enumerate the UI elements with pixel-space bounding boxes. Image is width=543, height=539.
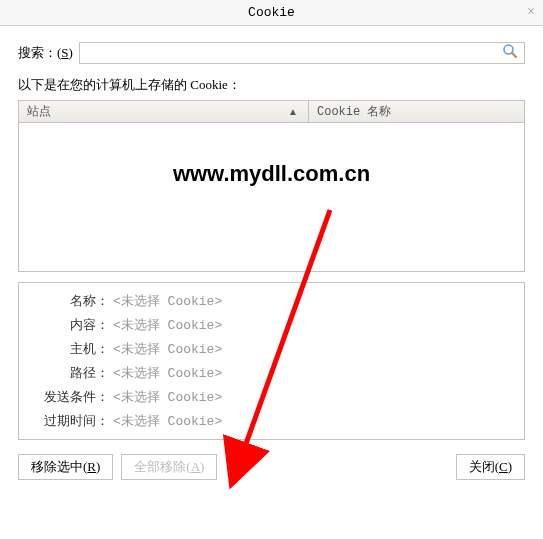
column-header-cookie-name[interactable]: Cookie 名称 xyxy=(309,101,524,122)
detail-row-host: 主机： <未选择 Cookie> xyxy=(19,337,524,361)
detail-label: 路径： xyxy=(19,364,113,382)
detail-row-send-condition: 发送条件： <未选择 Cookie> xyxy=(19,385,524,409)
titlebar: Cookie × xyxy=(0,0,543,26)
detail-row-content: 内容： <未选择 Cookie> xyxy=(19,313,524,337)
titlebar-title: Cookie xyxy=(248,5,295,20)
svg-line-1 xyxy=(512,53,516,57)
detail-label: 过期时间： xyxy=(19,412,113,430)
detail-value: <未选择 Cookie> xyxy=(113,316,222,334)
detail-value: <未选择 Cookie> xyxy=(113,292,222,310)
detail-label: 主机： xyxy=(19,340,113,358)
detail-value: <未选择 Cookie> xyxy=(113,388,222,406)
column-header-site-label: 站点 xyxy=(27,103,51,120)
detail-value: <未选择 Cookie> xyxy=(113,340,222,358)
detail-label: 内容： xyxy=(19,316,113,334)
table-header: 站点 ▲ Cookie 名称 xyxy=(19,101,524,123)
detail-row-path: 路径： <未选择 Cookie> xyxy=(19,361,524,385)
detail-value: <未选择 Cookie> xyxy=(113,364,222,382)
column-header-cookie-name-label: Cookie 名称 xyxy=(317,103,391,120)
detail-value: <未选择 Cookie> xyxy=(113,412,222,430)
search-icon[interactable] xyxy=(502,43,518,63)
stored-cookies-label: 以下是在您的计算机上存储的 Cookie： xyxy=(18,76,525,94)
cookies-table: 站点 ▲ Cookie 名称 www.mydll.com.cn xyxy=(18,100,525,272)
detail-row-name: 名称： <未选择 Cookie> xyxy=(19,289,524,313)
cookie-details-panel: 名称： <未选择 Cookie> 内容： <未选择 Cookie> 主机： <未… xyxy=(18,282,525,440)
remove-selected-button[interactable]: 移除选中(R) xyxy=(18,454,113,480)
close-icon[interactable]: × xyxy=(527,4,535,20)
button-row: 移除选中(R) 全部移除(A) 关闭(C) xyxy=(18,454,525,480)
detail-row-expiry: 过期时间： <未选择 Cookie> xyxy=(19,409,524,433)
column-header-site[interactable]: 站点 ▲ xyxy=(19,101,309,122)
table-body[interactable]: www.mydll.com.cn xyxy=(19,123,524,271)
sort-ascending-icon: ▲ xyxy=(288,106,298,117)
detail-label: 发送条件： xyxy=(19,388,113,406)
dialog-body: 搜索：(S) 以下是在您的计算机上存储的 Cookie： 站点 ▲ Cookie… xyxy=(0,26,543,496)
search-input[interactable] xyxy=(79,42,525,64)
watermark-text: www.mydll.com.cn xyxy=(19,161,524,187)
close-button[interactable]: 关闭(C) xyxy=(456,454,525,480)
search-label: 搜索：(S) xyxy=(18,44,73,62)
detail-label: 名称： xyxy=(19,292,113,310)
search-row: 搜索：(S) xyxy=(18,42,525,64)
remove-all-button[interactable]: 全部移除(A) xyxy=(121,454,217,480)
